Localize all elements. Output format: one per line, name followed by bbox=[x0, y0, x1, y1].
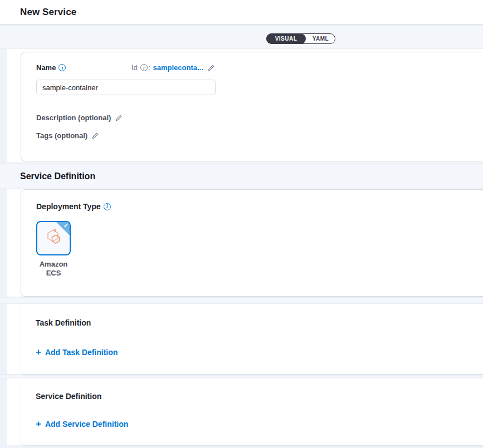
edit-id-icon[interactable] bbox=[207, 64, 215, 72]
ecs-tile-label: Amazon ECS bbox=[36, 260, 71, 278]
name-row: Name i bbox=[36, 63, 66, 72]
section-gap-band bbox=[0, 24, 483, 49]
edit-description-icon[interactable] bbox=[115, 114, 123, 122]
id-row: Id i : sampleconta... bbox=[131, 63, 215, 72]
name-info-icon[interactable]: i bbox=[58, 64, 66, 71]
service-name-input[interactable] bbox=[36, 80, 216, 95]
visual-yaml-toggle: VISUAL YAML bbox=[266, 33, 335, 44]
task-definition-card: Task Definition + Add Task Definition bbox=[21, 304, 483, 374]
section-gap-band bbox=[0, 374, 483, 378]
deployment-type-card: Deployment Type i ✓ Amazon ECS bbox=[21, 189, 483, 297]
add-service-definition-button[interactable]: + Add Service Definition bbox=[36, 420, 128, 429]
tags-label: Tags (optional) bbox=[36, 131, 87, 140]
deployment-type-heading-row: Deployment Type i bbox=[36, 202, 111, 211]
edit-tags-icon[interactable] bbox=[91, 132, 99, 140]
toggle-yaml[interactable]: YAML bbox=[306, 33, 335, 44]
deployment-type-heading: Deployment Type bbox=[36, 202, 101, 211]
page-title: New Service bbox=[20, 7, 76, 18]
id-info-icon[interactable]: i bbox=[140, 64, 148, 71]
plus-icon: + bbox=[36, 348, 41, 356]
check-icon: ✓ bbox=[64, 222, 69, 229]
service-definition-section-heading: Service Definition bbox=[20, 171, 95, 181]
service-definition-card: Service Definition + Add Service Definit… bbox=[21, 378, 483, 445]
add-task-definition-label: Add Task Definition bbox=[45, 348, 118, 357]
task-definition-heading: Task Definition bbox=[36, 318, 91, 327]
tags-row: Tags (optional) bbox=[36, 131, 99, 140]
deployment-type-ecs-tile[interactable]: ✓ bbox=[36, 221, 71, 255]
add-service-definition-label: Add Service Definition bbox=[45, 420, 128, 429]
description-row: Description (optional) bbox=[36, 114, 123, 122]
ecs-label-line1: Amazon bbox=[36, 260, 71, 269]
service-overview-card: Name i Id i : sampleconta... Description… bbox=[21, 52, 483, 161]
plus-icon: + bbox=[36, 420, 41, 428]
description-label: Description (optional) bbox=[36, 114, 111, 122]
name-label: Name bbox=[36, 63, 56, 72]
toggle-visual[interactable]: VISUAL bbox=[266, 33, 306, 44]
id-label: Id bbox=[131, 63, 138, 72]
service-definition-card-heading: Service Definition bbox=[36, 392, 101, 401]
new-service-page: New Service VISUAL YAML Name i Id i : sa… bbox=[0, 0, 483, 448]
id-colon: : bbox=[149, 63, 151, 72]
section-gap-band bbox=[0, 297, 483, 304]
service-id-link[interactable]: sampleconta... bbox=[153, 63, 203, 72]
page-header: New Service bbox=[0, 0, 483, 24]
ecs-label-line2: ECS bbox=[36, 269, 71, 278]
add-task-definition-button[interactable]: + Add Task Definition bbox=[36, 348, 118, 357]
deployment-type-info-icon[interactable]: i bbox=[104, 203, 111, 210]
